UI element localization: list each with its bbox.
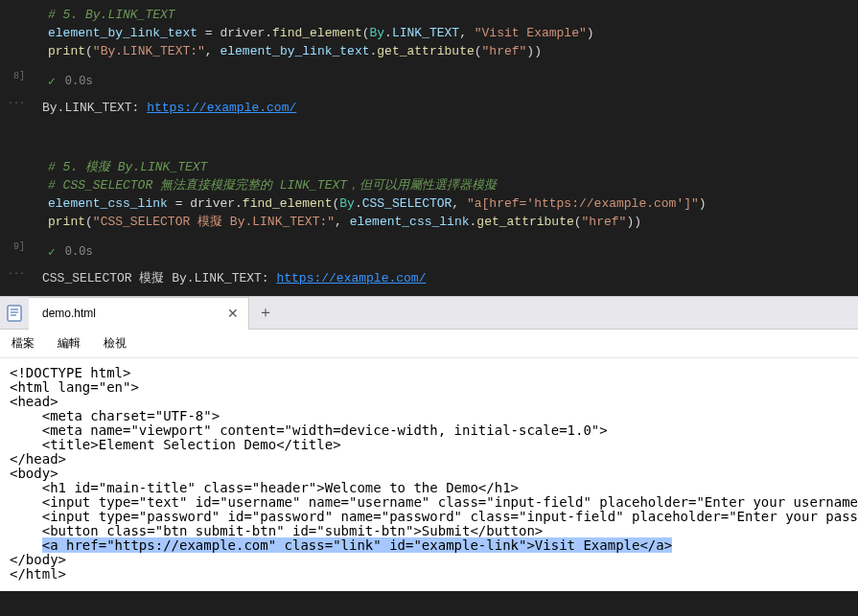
editor-tab[interactable]: demo.html ✕	[29, 297, 249, 330]
new-tab-button[interactable]: ＋	[249, 297, 282, 330]
code-comment: # 5. By.LINK_TEXT	[48, 8, 175, 22]
cell-output: ··· CSS_SELECTOR 模擬 By.LINK_TEXT: https:…	[0, 265, 858, 296]
output-link[interactable]: https://example.com/	[276, 271, 426, 285]
cell-gutter	[0, 152, 29, 239]
success-check-icon: ✓	[48, 74, 56, 89]
cell-output: ··· By.LINK_TEXT: https://example.com/	[0, 95, 858, 125]
cell-gutter	[0, 0, 29, 68]
notebook-panel: # 5. By.LINK_TEXT element_by_link_text =…	[0, 0, 858, 296]
success-check-icon: ✓	[48, 244, 56, 260]
svg-rect-0	[8, 306, 21, 321]
highlighted-line: <a href="https://example.com" class="lin…	[42, 537, 672, 553]
code-editor[interactable]: # 5. By.LINK_TEXT element_by_link_text =…	[40, 4, 858, 64]
notebook-cell-2[interactable]: # 5. 模擬 By.LINK_TEXT # CSS_SELECTOR 無法直接…	[0, 152, 858, 239]
output-label: CSS_SELECTOR 模擬 By.LINK_TEXT:	[42, 271, 276, 285]
menu-edit[interactable]: 編輯	[58, 335, 81, 352]
text-editor-window: demo.html ✕ ＋ 檔案 編輯 檢視 <!DOCTYPE html> <…	[0, 296, 858, 591]
output-link[interactable]: https://example.com/	[147, 101, 296, 115]
menu-file[interactable]: 檔案	[12, 335, 35, 352]
cell-status-row: 9] ✓ 0.0s	[0, 239, 858, 265]
execution-time: 0.0s	[65, 75, 93, 88]
output-label: By.LINK_TEXT:	[42, 101, 147, 115]
editor-menubar: 檔案 編輯 檢視	[0, 330, 858, 358]
cell-status-row: 8] ✓ 0.0s	[0, 68, 858, 95]
tab-title: demo.html	[42, 307, 96, 320]
execution-time: 0.0s	[65, 245, 93, 259]
editor-tabbar: demo.html ✕ ＋	[0, 297, 858, 330]
notepad-icon	[0, 297, 29, 330]
code-editor[interactable]: # 5. 模擬 By.LINK_TEXT # CSS_SELECTOR 無法直接…	[40, 156, 858, 235]
cell-execution-count: 9]	[0, 239, 29, 265]
notebook-cell-1[interactable]: # 5. By.LINK_TEXT element_by_link_text =…	[0, 0, 858, 68]
editor-text-area[interactable]: <!DOCTYPE html> <html lang="en"> <head> …	[0, 358, 858, 591]
menu-view[interactable]: 檢視	[104, 335, 127, 352]
close-icon[interactable]: ✕	[227, 306, 239, 321]
cell-execution-count: 8]	[0, 68, 29, 95]
